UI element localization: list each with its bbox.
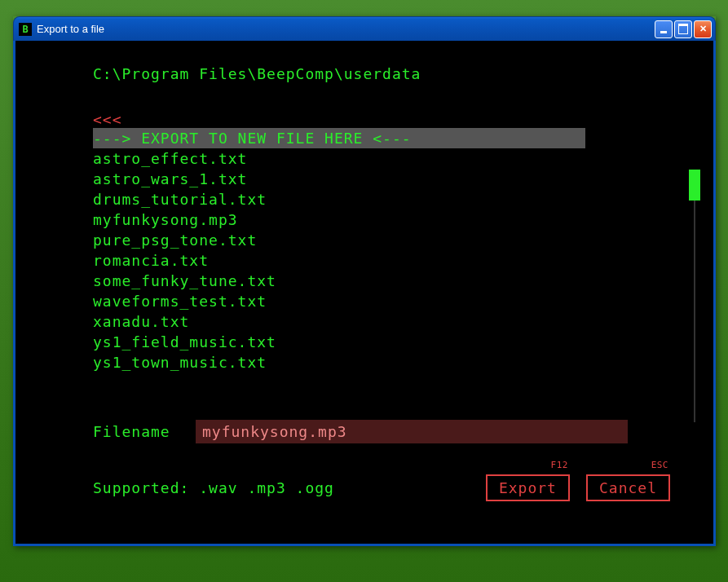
list-item[interactable]: drums_tutorial.txt <box>93 189 677 209</box>
current-path: C:\Program Files\BeepComp\userdata <box>93 65 677 82</box>
filename-input[interactable] <box>196 420 628 443</box>
list-item[interactable]: astro_wars_1.txt <box>93 169 677 189</box>
list-item[interactable]: ys1_town_music.txt <box>93 352 677 373</box>
list-item[interactable]: xanadu.txt <box>93 311 677 332</box>
close-button[interactable] <box>694 20 712 38</box>
cancel-shortcut: ESC <box>651 460 668 470</box>
titlebar[interactable]: B Export to a file <box>13 16 716 41</box>
app-icon: B <box>19 23 32 36</box>
export-button[interactable]: Export <box>486 474 570 501</box>
export-shortcut: F12 <box>551 460 568 470</box>
list-item[interactable]: some_funky_tune.txt <box>93 271 677 291</box>
maximize-button[interactable] <box>674 20 692 38</box>
filename-label: Filename <box>93 423 196 440</box>
minimize-button[interactable] <box>655 20 673 38</box>
filename-row: Filename <box>93 420 677 443</box>
list-item[interactable]: myfunkysong.mp3 <box>93 209 677 230</box>
scrollbar-track[interactable] <box>694 170 695 422</box>
list-item[interactable]: waveforms_test.txt <box>93 291 677 311</box>
export-dialog-window: B Export to a file C:\Program Files\Beep… <box>13 16 716 546</box>
list-item[interactable]: pure_psg_tone.txt <box>93 230 677 250</box>
scrollbar-thumb[interactable] <box>689 170 700 201</box>
cancel-button[interactable]: Cancel <box>586 474 670 501</box>
window-title: Export to a file <box>37 23 655 35</box>
supported-formats: Supported: .wav .mp3 .ogg <box>93 479 334 496</box>
export-new-file-option[interactable]: ---> EXPORT TO NEW FILE HERE <--- <box>93 128 585 148</box>
list-item[interactable]: astro_effect.txt <box>93 148 677 169</box>
file-list: ---> EXPORT TO NEW FILE HERE <--- astro_… <box>93 128 677 373</box>
bottom-row: Supported: .wav .mp3 .ogg F12 Export ESC… <box>93 474 677 501</box>
window-controls <box>655 20 712 38</box>
dialog-content: C:\Program Files\BeepComp\userdata <<< -… <box>13 41 716 546</box>
file-list-area: <<< ---> EXPORT TO NEW FILE HERE <--- as… <box>52 111 677 373</box>
button-group: F12 Export ESC Cancel <box>486 474 670 501</box>
list-item[interactable]: romancia.txt <box>93 250 677 271</box>
list-item[interactable]: ys1_field_music.txt <box>93 332 677 352</box>
back-navigation[interactable]: <<< <box>93 111 677 128</box>
